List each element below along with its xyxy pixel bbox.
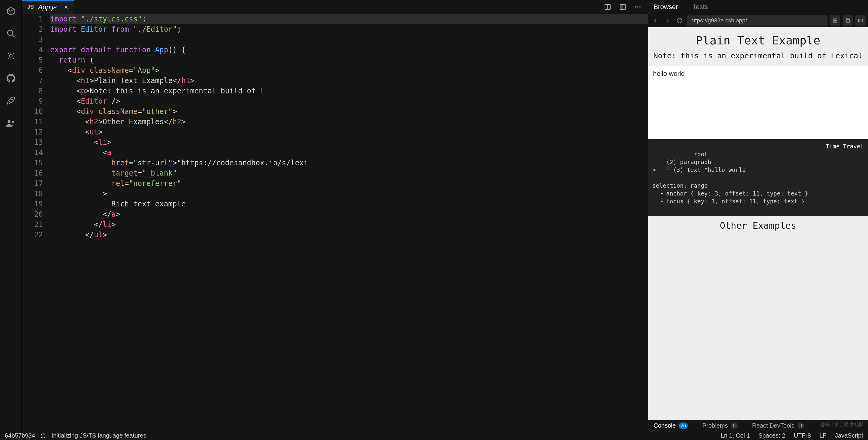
line-gutter: 12345678910111213141516171819202122 xyxy=(22,14,50,431)
watermark: @稀土掘金技术社区 xyxy=(820,421,864,428)
tree-text: root └ (2) paragraph > └ (3) text "hello… xyxy=(652,151,808,205)
team-icon[interactable] xyxy=(6,118,16,128)
encoding[interactable]: UTF-8 xyxy=(794,432,811,439)
search-icon[interactable] xyxy=(6,28,16,39)
page-note: Note: this is an experimental build of L… xyxy=(653,52,863,60)
editor-panel: JS App.js ✕ 1234567891011121314151617181… xyxy=(22,0,648,431)
new-tab-icon[interactable] xyxy=(855,15,866,26)
split-editor-icon[interactable] xyxy=(604,3,612,11)
svg-rect-14 xyxy=(835,19,837,20)
svg-rect-9 xyxy=(620,4,622,9)
preview-tabs: Browser Tests xyxy=(648,0,868,14)
svg-point-5 xyxy=(12,121,14,123)
open-window-icon[interactable] xyxy=(843,15,853,26)
eol[interactable]: LF xyxy=(819,432,826,439)
editor-tabs: JS App.js ✕ xyxy=(22,0,648,14)
react-count-badge: 0 xyxy=(798,422,804,429)
indent-setting[interactable]: Spaces: 2 xyxy=(758,432,785,439)
browser-toolbar xyxy=(648,14,868,27)
svg-rect-16 xyxy=(835,21,837,22)
svg-rect-19 xyxy=(858,19,860,22)
tree-view: Time Travelroot └ (2) paragraph > └ (3) … xyxy=(648,139,868,216)
tab-problems[interactable]: Problems 0 xyxy=(702,422,737,429)
editor-text: hello world xyxy=(653,70,685,77)
status-bar: 64b57b934 Initializing JS/TS language fe… xyxy=(0,431,868,440)
layout-icon[interactable] xyxy=(619,3,627,11)
gear-icon[interactable] xyxy=(6,51,16,61)
code-editor[interactable]: 12345678910111213141516171819202122 impo… xyxy=(22,14,648,431)
problems-count-badge: 0 xyxy=(731,422,738,429)
forward-icon[interactable] xyxy=(663,16,672,25)
git-commit[interactable]: 64b57b934 xyxy=(5,432,35,439)
cube-icon[interactable] xyxy=(6,6,16,16)
svg-point-2 xyxy=(9,55,12,58)
tab-filename: App.js xyxy=(38,3,57,11)
time-travel-button[interactable]: Time Travel xyxy=(826,142,864,150)
js-badge: JS xyxy=(27,4,34,10)
back-icon[interactable] xyxy=(651,16,660,25)
svg-point-10 xyxy=(635,6,636,7)
url-input[interactable] xyxy=(687,15,828,26)
svg-rect-13 xyxy=(833,19,835,20)
console-count-badge: 26 xyxy=(679,422,688,429)
more-icon[interactable] xyxy=(634,3,642,11)
tab-browser[interactable]: Browser xyxy=(654,3,678,14)
close-icon[interactable]: ✕ xyxy=(64,4,68,10)
other-examples-heading: Other Examples xyxy=(648,216,868,232)
rocket-icon[interactable] xyxy=(6,96,16,106)
tab-react-devtools[interactable]: React DevTools 0 xyxy=(752,422,804,429)
github-icon[interactable] xyxy=(6,73,16,83)
svg-point-12 xyxy=(639,6,641,7)
svg-point-11 xyxy=(637,6,639,7)
tab-console[interactable]: Console 26 xyxy=(654,422,688,429)
activity-bar xyxy=(0,0,22,431)
lexical-editor[interactable]: hello world xyxy=(648,66,868,139)
svg-rect-17 xyxy=(846,19,849,22)
code-content[interactable]: import "./styles.css";import Editor from… xyxy=(50,14,648,431)
svg-line-1 xyxy=(12,35,14,37)
init-status: Initializing JS/TS language features xyxy=(52,432,146,439)
cursor-position[interactable]: Ln 1, Col 1 xyxy=(721,432,750,439)
browser-frame: Plain Text Example Note: this is an expe… xyxy=(648,27,868,420)
reload-icon[interactable] xyxy=(675,16,684,25)
sync-icon[interactable] xyxy=(40,433,46,439)
svg-rect-15 xyxy=(833,21,835,22)
svg-point-0 xyxy=(7,30,13,36)
text-cursor xyxy=(685,70,685,78)
page-title: Plain Text Example xyxy=(696,34,820,47)
language-mode[interactable]: JavaScript xyxy=(835,432,863,439)
codesandbox-icon[interactable] xyxy=(830,15,840,26)
tab-tests[interactable]: Tests xyxy=(692,3,708,14)
svg-point-4 xyxy=(7,120,10,123)
editor-tab-appjs[interactable]: JS App.js ✕ xyxy=(22,0,74,14)
preview-panel: Browser Tests Plain Text Example Note: t… xyxy=(648,0,868,431)
svg-point-3 xyxy=(11,99,12,100)
